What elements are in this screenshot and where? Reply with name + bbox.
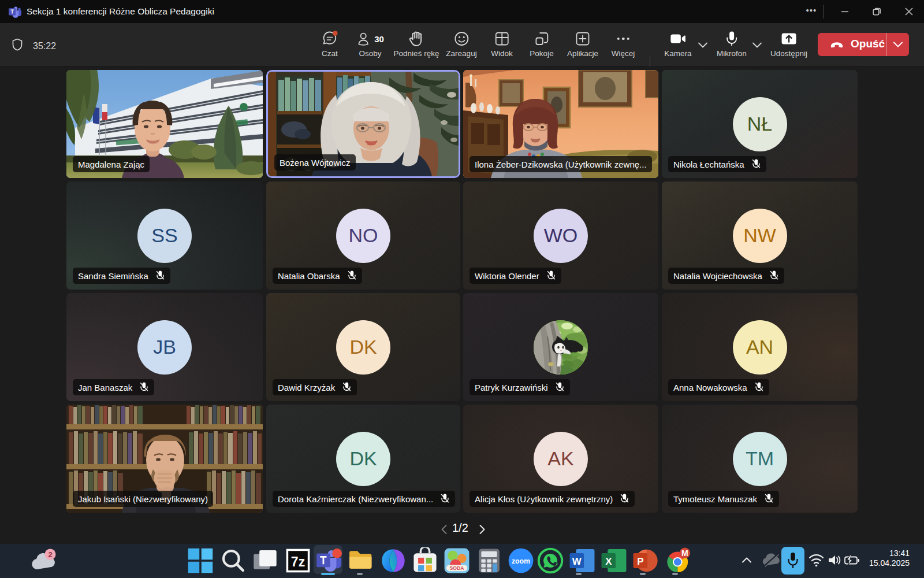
svg-text:P: P: [637, 556, 643, 567]
svg-text:zoom: zoom: [512, 557, 530, 565]
svg-text:SODA: SODA: [449, 565, 464, 571]
svg-text:M: M: [681, 549, 688, 558]
svg-text:X: X: [605, 556, 612, 567]
svg-text:2: 2: [48, 550, 52, 559]
svg-text:7z: 7z: [291, 554, 305, 569]
svg-text:W: W: [572, 556, 582, 567]
